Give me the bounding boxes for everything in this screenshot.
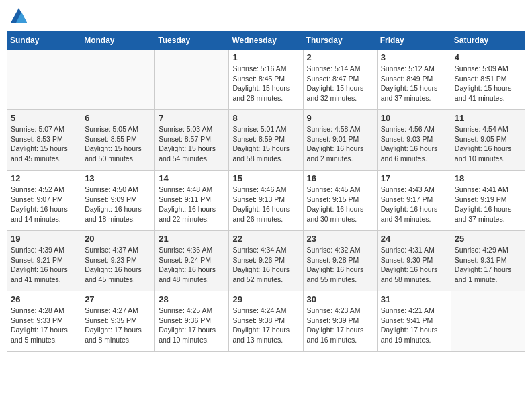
- day-number: 1: [232, 52, 299, 62]
- calendar-cell: 14Sunrise: 4:48 AM Sunset: 9:11 PM Dayli…: [155, 171, 229, 231]
- day-number: 22: [232, 234, 299, 244]
- calendar-cell: 28Sunrise: 4:25 AM Sunset: 9:36 PM Dayli…: [155, 291, 229, 352]
- calendar-cell: 22Sunrise: 4:34 AM Sunset: 9:26 PM Dayli…: [229, 231, 303, 291]
- day-header-tuesday: Tuesday: [155, 32, 229, 50]
- calendar-cell: 1Sunrise: 5:16 AM Sunset: 8:45 PM Daylig…: [229, 50, 303, 110]
- day-info: Sunrise: 4:48 AM Sunset: 9:11 PM Dayligh…: [159, 185, 225, 224]
- day-info: Sunrise: 4:45 AM Sunset: 9:15 PM Dayligh…: [307, 185, 373, 224]
- day-number: 16: [307, 173, 373, 183]
- day-header-friday: Friday: [377, 32, 451, 50]
- day-info: Sunrise: 4:39 AM Sunset: 9:21 PM Dayligh…: [11, 245, 77, 285]
- calendar-cell: 4Sunrise: 5:09 AM Sunset: 8:51 PM Daylig…: [451, 50, 525, 110]
- calendar-cell: 24Sunrise: 4:31 AM Sunset: 9:30 PM Dayli…: [377, 231, 451, 291]
- day-info: Sunrise: 4:29 AM Sunset: 9:31 PM Dayligh…: [455, 245, 521, 285]
- day-info: Sunrise: 5:01 AM Sunset: 8:59 PM Dayligh…: [232, 124, 299, 164]
- calendar-week-1: 1Sunrise: 5:16 AM Sunset: 8:45 PM Daylig…: [7, 50, 525, 110]
- day-number: 10: [381, 113, 447, 123]
- day-header-thursday: Thursday: [303, 32, 377, 50]
- day-info: Sunrise: 4:41 AM Sunset: 9:19 PM Dayligh…: [455, 185, 521, 224]
- day-number: 11: [455, 113, 521, 123]
- day-info: Sunrise: 4:36 AM Sunset: 9:24 PM Dayligh…: [159, 245, 225, 285]
- day-number: 26: [11, 294, 77, 304]
- day-header-saturday: Saturday: [451, 32, 525, 50]
- day-info: Sunrise: 4:52 AM Sunset: 9:07 PM Dayligh…: [11, 185, 77, 224]
- calendar-week-2: 5Sunrise: 5:07 AM Sunset: 8:53 PM Daylig…: [7, 110, 525, 171]
- day-number: 19: [11, 234, 77, 244]
- day-header-sunday: Sunday: [7, 32, 81, 50]
- calendar-cell: 7Sunrise: 5:03 AM Sunset: 8:57 PM Daylig…: [155, 110, 229, 171]
- day-info: Sunrise: 5:05 AM Sunset: 8:55 PM Dayligh…: [85, 124, 151, 164]
- day-number: 17: [381, 173, 447, 183]
- calendar-cell: 27Sunrise: 4:27 AM Sunset: 9:35 PM Dayli…: [81, 291, 155, 352]
- calendar-cell: 21Sunrise: 4:36 AM Sunset: 9:24 PM Dayli…: [155, 231, 229, 291]
- day-info: Sunrise: 4:28 AM Sunset: 9:33 PM Dayligh…: [11, 306, 77, 345]
- day-info: Sunrise: 5:07 AM Sunset: 8:53 PM Dayligh…: [11, 124, 77, 164]
- day-header-monday: Monday: [81, 32, 155, 50]
- logo: [9, 7, 31, 26]
- day-number: 4: [455, 52, 521, 62]
- calendar-week-5: 26Sunrise: 4:28 AM Sunset: 9:33 PM Dayli…: [7, 291, 525, 352]
- calendar-week-4: 19Sunrise: 4:39 AM Sunset: 9:21 PM Dayli…: [7, 231, 525, 291]
- day-info: Sunrise: 4:23 AM Sunset: 9:39 PM Dayligh…: [307, 306, 373, 345]
- day-info: Sunrise: 4:50 AM Sunset: 9:09 PM Dayligh…: [85, 185, 151, 224]
- calendar-cell: 29Sunrise: 4:24 AM Sunset: 9:38 PM Dayli…: [229, 291, 303, 352]
- calendar-body: 1Sunrise: 5:16 AM Sunset: 8:45 PM Daylig…: [7, 50, 525, 352]
- calendar-cell: 25Sunrise: 4:29 AM Sunset: 9:31 PM Dayli…: [451, 231, 525, 291]
- day-number: 2: [307, 52, 373, 62]
- calendar-cell: 31Sunrise: 4:21 AM Sunset: 9:41 PM Dayli…: [377, 291, 451, 352]
- calendar-cell: 19Sunrise: 4:39 AM Sunset: 9:21 PM Dayli…: [7, 231, 81, 291]
- day-header-wednesday: Wednesday: [229, 32, 303, 50]
- day-info: Sunrise: 4:54 AM Sunset: 9:05 PM Dayligh…: [455, 124, 521, 164]
- day-info: Sunrise: 4:34 AM Sunset: 9:26 PM Dayligh…: [232, 245, 299, 285]
- day-number: 18: [455, 173, 521, 183]
- calendar-cell: 11Sunrise: 4:54 AM Sunset: 9:05 PM Dayli…: [451, 110, 525, 171]
- day-number: 31: [381, 294, 447, 304]
- calendar-cell: 2Sunrise: 5:14 AM Sunset: 8:47 PM Daylig…: [303, 50, 377, 110]
- day-number: 29: [232, 294, 299, 304]
- day-number: 5: [11, 113, 77, 123]
- day-info: Sunrise: 4:24 AM Sunset: 9:38 PM Dayligh…: [232, 306, 299, 345]
- calendar-cell: 12Sunrise: 4:52 AM Sunset: 9:07 PM Dayli…: [7, 171, 81, 231]
- day-number: 3: [381, 52, 447, 62]
- day-info: Sunrise: 4:58 AM Sunset: 9:01 PM Dayligh…: [307, 124, 373, 164]
- day-number: 12: [11, 173, 77, 183]
- calendar-cell: 9Sunrise: 4:58 AM Sunset: 9:01 PM Daylig…: [303, 110, 377, 171]
- day-number: 23: [307, 234, 373, 244]
- day-number: 25: [455, 234, 521, 244]
- day-number: 28: [159, 294, 225, 304]
- calendar-cell: 6Sunrise: 5:05 AM Sunset: 8:55 PM Daylig…: [81, 110, 155, 171]
- day-info: Sunrise: 5:03 AM Sunset: 8:57 PM Dayligh…: [159, 124, 225, 164]
- day-info: Sunrise: 4:46 AM Sunset: 9:13 PM Dayligh…: [232, 185, 299, 224]
- day-info: Sunrise: 4:43 AM Sunset: 9:17 PM Dayligh…: [381, 185, 447, 224]
- calendar-cell: 17Sunrise: 4:43 AM Sunset: 9:17 PM Dayli…: [377, 171, 451, 231]
- day-number: 21: [159, 234, 225, 244]
- calendar-cell: 5Sunrise: 5:07 AM Sunset: 8:53 PM Daylig…: [7, 110, 81, 171]
- calendar-cell: 13Sunrise: 4:50 AM Sunset: 9:09 PM Dayli…: [81, 171, 155, 231]
- calendar-cell: 23Sunrise: 4:32 AM Sunset: 9:28 PM Dayli…: [303, 231, 377, 291]
- day-info: Sunrise: 5:16 AM Sunset: 8:45 PM Dayligh…: [232, 64, 299, 103]
- day-info: Sunrise: 5:12 AM Sunset: 8:49 PM Dayligh…: [381, 64, 447, 103]
- day-number: 30: [307, 294, 373, 304]
- calendar-cell: [451, 291, 525, 352]
- calendar-cell: 26Sunrise: 4:28 AM Sunset: 9:33 PM Dayli…: [7, 291, 81, 352]
- day-info: Sunrise: 4:21 AM Sunset: 9:41 PM Dayligh…: [381, 306, 447, 345]
- day-number: 9: [307, 113, 373, 123]
- calendar-cell: 10Sunrise: 4:56 AM Sunset: 9:03 PM Dayli…: [377, 110, 451, 171]
- day-number: 6: [85, 113, 151, 123]
- day-info: Sunrise: 5:14 AM Sunset: 8:47 PM Dayligh…: [307, 64, 373, 103]
- calendar-header: SundayMondayTuesdayWednesdayThursdayFrid…: [7, 32, 525, 50]
- calendar-table: SundayMondayTuesdayWednesdayThursdayFrid…: [7, 31, 525, 352]
- calendar-cell: 30Sunrise: 4:23 AM Sunset: 9:39 PM Dayli…: [303, 291, 377, 352]
- day-number: 7: [159, 113, 225, 123]
- day-info: Sunrise: 4:31 AM Sunset: 9:30 PM Dayligh…: [381, 245, 447, 285]
- calendar-cell: [7, 50, 81, 110]
- logo-icon: [9, 7, 28, 26]
- calendar-cell: 18Sunrise: 4:41 AM Sunset: 9:19 PM Dayli…: [451, 171, 525, 231]
- day-info: Sunrise: 4:37 AM Sunset: 9:23 PM Dayligh…: [85, 245, 151, 285]
- calendar-cell: 16Sunrise: 4:45 AM Sunset: 9:15 PM Dayli…: [303, 171, 377, 231]
- day-info: Sunrise: 4:27 AM Sunset: 9:35 PM Dayligh…: [85, 306, 151, 345]
- calendar-cell: 20Sunrise: 4:37 AM Sunset: 9:23 PM Dayli…: [81, 231, 155, 291]
- day-info: Sunrise: 4:25 AM Sunset: 9:36 PM Dayligh…: [159, 306, 225, 345]
- calendar-cell: 15Sunrise: 4:46 AM Sunset: 9:13 PM Dayli…: [229, 171, 303, 231]
- calendar-cell: [155, 50, 229, 110]
